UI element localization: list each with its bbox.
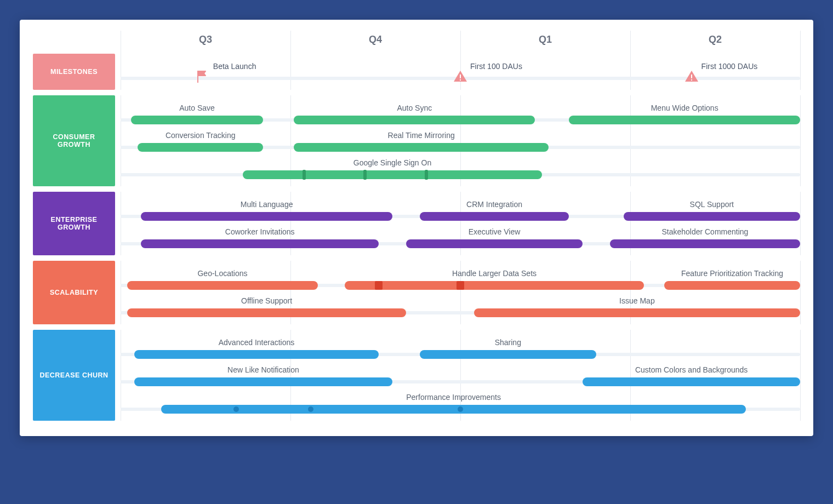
- task-bar-label: Real Time Mirroring: [388, 131, 455, 140]
- timeline-row: Auto SaveAuto SyncMenu Wide Options: [121, 100, 800, 127]
- task-bar-label: Handle Larger Data Sets: [452, 269, 537, 278]
- milestone-label: Beta Launch: [213, 62, 256, 71]
- task-bar[interactable]: [294, 116, 535, 124]
- task-bar-label: Issue Map: [619, 296, 655, 305]
- task-bar-label: Performance Improvements: [406, 393, 501, 402]
- lane-separator: [121, 186, 800, 192]
- warning-icon: [453, 70, 467, 85]
- task-tick: [425, 170, 428, 180]
- timeline-header: Q3Q4Q1Q2: [121, 31, 800, 54]
- task-bar-label: CRM Integration: [466, 200, 522, 209]
- warning-icon: [684, 70, 699, 85]
- task-bar-label: Advanced Interactions: [219, 338, 295, 347]
- timeline-row: Google Single Sign On: [121, 154, 800, 182]
- task-bar-label: Coworker Invitations: [225, 227, 295, 236]
- lane-separator: [33, 255, 115, 261]
- task-bar-label: Auto Sync: [397, 104, 432, 112]
- lane-separator: [33, 90, 115, 95]
- gridline: [800, 261, 801, 324]
- task-bar-label: Geo-Locations: [197, 269, 247, 278]
- task-bar[interactable]: [420, 212, 569, 221]
- task-bar[interactable]: [583, 377, 800, 386]
- task-bar[interactable]: [294, 143, 549, 152]
- quarter-label: Q4: [290, 31, 460, 54]
- task-bar[interactable]: [127, 281, 317, 290]
- gridline: [800, 330, 801, 421]
- lane-label: ENTERPRISE GROWTH: [33, 192, 115, 255]
- task-tick: [363, 170, 367, 180]
- task-bar-label: Custom Colors and Backgrounds: [635, 365, 748, 374]
- lane-label: SCALABILITY: [33, 261, 115, 324]
- milestone-label: First 100 DAUs: [470, 62, 522, 71]
- timeline-row: Coworker InvitationsExecutive ViewStakeh…: [121, 224, 800, 251]
- task-bar[interactable]: [345, 281, 644, 290]
- timeline-row: Advanced InteractionsSharing: [121, 334, 800, 362]
- quarter-label: Q1: [460, 31, 630, 54]
- task-bar-label: Auto Save: [179, 104, 215, 112]
- lane-label: CONSUMER GROWTH: [33, 95, 115, 186]
- task-marker: [457, 281, 464, 290]
- task-dot: [458, 406, 463, 412]
- task-bar[interactable]: [161, 405, 745, 414]
- lane-separator: [121, 255, 800, 261]
- timeline-row: Multi LanguageCRM IntegrationSQL Support: [121, 196, 800, 224]
- task-bar[interactable]: [131, 116, 264, 124]
- task-bar[interactable]: [243, 170, 542, 179]
- timeline-row: Offline SupportIssue Map: [121, 293, 800, 320]
- timeline-row: New Like NotificationCustom Colors and B…: [121, 362, 800, 389]
- task-bar[interactable]: [610, 239, 800, 248]
- milestone-label: First 1000 DAUs: [701, 62, 758, 71]
- task-bar[interactable]: [420, 350, 596, 359]
- task-tick: [303, 170, 306, 180]
- task-bar[interactable]: [474, 308, 800, 317]
- task-bar-label: SQL Support: [690, 200, 734, 209]
- task-bar[interactable]: [134, 350, 379, 359]
- task-bar-label: Menu Wide Options: [651, 104, 718, 112]
- timeline-row: Beta LaunchFirst 100 DAUsFirst 1000 DAUs: [121, 58, 800, 85]
- lane-label: DECREASE CHURN: [33, 330, 115, 421]
- svg-rect-2: [691, 75, 692, 78]
- header-spacer: [33, 31, 115, 54]
- timeline-row: Conversion TrackingReal Time Mirroring: [121, 127, 800, 154]
- task-bar-label: Multi Language: [241, 200, 293, 209]
- timeline-row: Geo-LocationsHandle Larger Data SetsFeat…: [121, 265, 800, 293]
- lane-label: MILESTONES: [33, 54, 115, 90]
- task-bar[interactable]: [141, 239, 379, 248]
- gridline: [800, 31, 801, 54]
- lane-block: Auto SaveAuto SyncMenu Wide OptionsConve…: [121, 95, 800, 186]
- svg-rect-0: [460, 75, 461, 78]
- svg-rect-3: [691, 79, 692, 81]
- task-marker: [375, 281, 383, 290]
- timeline-row: Performance Improvements: [121, 389, 800, 416]
- lane-separator: [121, 324, 800, 330]
- task-bar[interactable]: [127, 308, 406, 317]
- task-bar-label: Feature Prioritization Tracking: [681, 269, 783, 278]
- flag-icon: [196, 70, 208, 84]
- gridline: [800, 54, 801, 90]
- gridline: [800, 95, 801, 186]
- task-bar[interactable]: [406, 239, 583, 248]
- lane-separator: [121, 90, 800, 95]
- task-bar-label: New Like Notification: [227, 365, 299, 374]
- lane-block: Advanced InteractionsSharingNew Like Not…: [121, 330, 800, 421]
- task-bar[interactable]: [138, 143, 263, 152]
- task-bar-label: Offline Support: [241, 296, 292, 305]
- task-bar[interactable]: [664, 281, 800, 290]
- task-dot: [233, 406, 239, 412]
- quarter-label: Q2: [630, 31, 800, 54]
- task-bar[interactable]: [134, 377, 392, 386]
- task-bar-label: Sharing: [495, 338, 521, 347]
- task-bar-label: Conversion Tracking: [166, 131, 236, 140]
- svg-rect-1: [460, 79, 461, 81]
- lane-block: Multi LanguageCRM IntegrationSQL Support…: [121, 192, 800, 255]
- roadmap-card: Q3Q4Q1Q2MILESTONESBeta LaunchFirst 100 D…: [20, 20, 813, 436]
- task-bar-label: Executive View: [469, 227, 521, 236]
- task-bar-label: Google Single Sign On: [353, 158, 431, 167]
- task-bar[interactable]: [624, 212, 800, 221]
- lane-separator: [33, 324, 115, 330]
- lane-block: Beta LaunchFirst 100 DAUsFirst 1000 DAUs: [121, 54, 800, 90]
- quarter-label: Q3: [121, 31, 290, 54]
- gridline: [800, 192, 801, 255]
- task-bar[interactable]: [569, 116, 800, 124]
- task-bar[interactable]: [141, 212, 392, 221]
